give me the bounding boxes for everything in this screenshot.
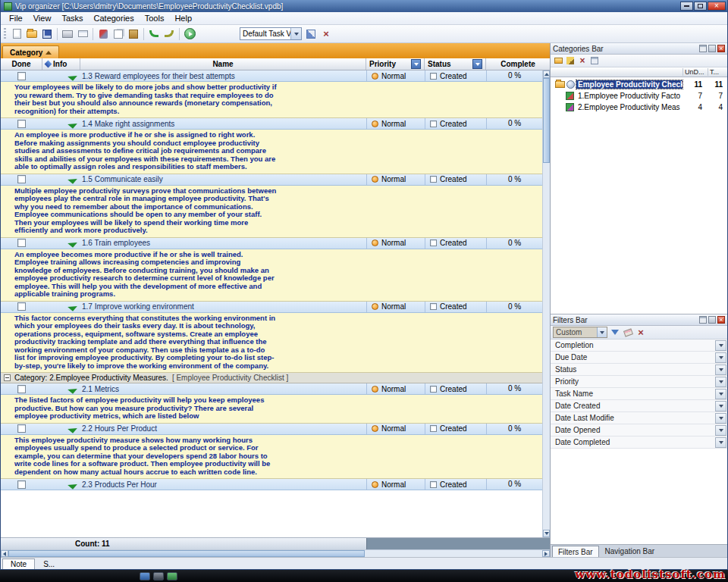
menu-tasks[interactable]: Tasks <box>56 12 88 24</box>
tab-navigation-bar[interactable]: Navigation Bar <box>600 546 661 557</box>
category-tree-item[interactable]: 1.Employee Productivity Facto 7 7 <box>551 90 727 102</box>
column-complete[interactable]: Complete <box>486 58 550 70</box>
priority-cell[interactable]: Normal <box>366 383 425 394</box>
menu-tools[interactable]: Tools <box>140 12 170 24</box>
edit-filter-button[interactable] <box>610 327 620 338</box>
filter-row[interactable]: Task Name <box>551 388 727 400</box>
task-description-row[interactable]: Your employees will be likely to do more… <box>1 82 542 118</box>
status-cell[interactable]: Created <box>425 174 486 185</box>
task-row[interactable]: 2.3 Products Per Hour Normal Created 0 % <box>1 479 542 490</box>
filter-preset-combobox[interactable]: Custom <box>553 327 607 338</box>
column-undone[interactable]: UnD... <box>682 68 708 76</box>
status-checkbox[interactable] <box>430 239 437 246</box>
priority-cell[interactable]: Normal <box>366 424 425 434</box>
priority-cell[interactable]: Normal <box>366 174 425 185</box>
new-task-button[interactable] <box>10 27 24 41</box>
filter-dropdown-button[interactable] <box>715 437 726 448</box>
task-name[interactable]: 1.3 Reward employees for their best atte… <box>80 72 366 80</box>
scroll-down-button[interactable] <box>543 530 550 537</box>
filter-dropdown-button[interactable] <box>715 413 726 424</box>
open-button[interactable] <box>25 27 39 41</box>
filter-row[interactable]: Date Last Modifie <box>551 412 727 424</box>
task-description-row[interactable]: Multiple employee productivity surveys p… <box>1 186 542 238</box>
status-cell[interactable]: Created <box>425 238 486 249</box>
task-description-row[interactable]: An employee becomes more productive if h… <box>1 249 542 302</box>
close-panel-icon[interactable] <box>717 316 725 324</box>
filter-dropdown-button[interactable] <box>715 377 726 387</box>
status-cell[interactable]: Created <box>425 383 486 394</box>
done-checkbox[interactable] <box>17 120 26 128</box>
task-name[interactable]: 2.3 Products Per Hour <box>80 480 366 489</box>
status-checkbox[interactable] <box>430 73 437 80</box>
scroll-right-button[interactable] <box>542 550 550 557</box>
task-row[interactable]: 1.4 Make right assignments Normal Create… <box>1 118 542 130</box>
scroll-left-button[interactable] <box>1 550 8 557</box>
go-button[interactable] <box>183 27 196 41</box>
clear-filter-button[interactable] <box>623 327 633 338</box>
filter-row[interactable]: Date Opened <box>551 424 727 436</box>
filter-row[interactable]: Completion <box>551 340 727 352</box>
status-cell[interactable]: Created <box>425 70 486 81</box>
scroll-up-button[interactable] <box>543 70 550 78</box>
tab-s[interactable]: S... <box>36 559 62 569</box>
close-panel-icon[interactable] <box>717 45 725 52</box>
undock-icon[interactable] <box>699 316 707 324</box>
status-checkbox[interactable] <box>430 176 437 183</box>
task-row[interactable]: 1.5 Communicate easily Normal Created 0 … <box>1 174 542 186</box>
taskbar-item[interactable] <box>153 572 164 580</box>
task-description-row[interactable]: This employee productivity measure shows… <box>1 435 542 480</box>
column-priority[interactable]: Priority <box>366 58 425 70</box>
save-button[interactable] <box>40 27 54 41</box>
taskbar-item[interactable] <box>167 572 177 580</box>
filter-dropdown-button[interactable] <box>715 389 726 399</box>
filter-row[interactable]: Date Completed <box>551 436 727 449</box>
undock-icon[interactable] <box>699 45 707 52</box>
filter-dropdown-button[interactable] <box>715 401 726 411</box>
taskbar-item[interactable] <box>140 572 150 580</box>
priority-cell[interactable]: Normal <box>366 479 425 490</box>
task-view-dropdown-button[interactable] <box>290 28 301 39</box>
category-group-row[interactable]: Category: 2.Employee Productivity Measur… <box>1 373 542 383</box>
task-row[interactable]: 2.2 Hours Per Product Normal Created 0 % <box>1 424 542 435</box>
status-checkbox[interactable] <box>430 386 437 393</box>
delete-category-button[interactable] <box>577 55 588 66</box>
category-name[interactable]: 1.Employee Productivity Facto <box>576 92 682 100</box>
category-name[interactable]: Employee Productivity Checkli <box>576 80 682 89</box>
task-description-row[interactable]: An employee is more productive if he or … <box>1 130 542 174</box>
priority-cell[interactable]: Normal <box>366 238 425 249</box>
task-name[interactable]: 1.4 Make right assignments <box>80 120 366 128</box>
horizontal-scroll-thumb[interactable] <box>8 550 365 557</box>
task-description-row[interactable]: The listed factors of employee productiv… <box>1 395 542 424</box>
filter-dropdown-button[interactable] <box>715 340 726 351</box>
vertical-scroll-thumb[interactable] <box>543 78 550 163</box>
pin-icon[interactable] <box>708 45 716 52</box>
category-properties-button[interactable] <box>589 55 600 66</box>
menu-file[interactable]: File <box>4 12 28 24</box>
task-row[interactable]: 1.7 Improve working environment Normal C… <box>1 302 542 313</box>
collapse-icon[interactable] <box>4 374 11 381</box>
done-checkbox[interactable] <box>17 72 26 80</box>
tab-filters-bar[interactable]: Filters Bar <box>552 546 599 557</box>
horizontal-scrollbar[interactable] <box>1 549 550 557</box>
filter-preset-dropdown-button[interactable] <box>597 327 607 337</box>
category-name[interactable]: 2.Employee Productivity Meas <box>576 103 682 111</box>
status-checkbox[interactable] <box>430 120 437 127</box>
priority-cell[interactable]: Normal <box>366 118 425 129</box>
tab-note[interactable]: Note <box>2 559 35 569</box>
task-view-combobox[interactable]: Default Task V <box>240 27 302 40</box>
filter-row[interactable]: Priority <box>551 376 727 388</box>
print-button[interactable] <box>61 27 74 41</box>
maximize-button[interactable] <box>694 2 707 11</box>
category-tree-root[interactable]: Employee Productivity Checkli 11 11 <box>551 79 727 90</box>
filter-dropdown-button[interactable] <box>715 365 726 375</box>
filter-dropdown-button[interactable] <box>715 425 726 436</box>
status-checkbox[interactable] <box>430 481 437 488</box>
column-info[interactable]: Info <box>42 58 80 70</box>
vertical-scrollbar[interactable] <box>542 70 550 537</box>
task-description-row[interactable]: This factor concerns everything that con… <box>1 313 542 374</box>
task-name[interactable]: 1.6 Train employees <box>80 239 366 247</box>
status-cell[interactable]: Created <box>425 118 486 129</box>
task-name[interactable]: 1.5 Communicate easily <box>80 175 366 183</box>
edit-view-button[interactable] <box>304 27 318 41</box>
filter-row[interactable]: Due Date <box>551 352 727 364</box>
